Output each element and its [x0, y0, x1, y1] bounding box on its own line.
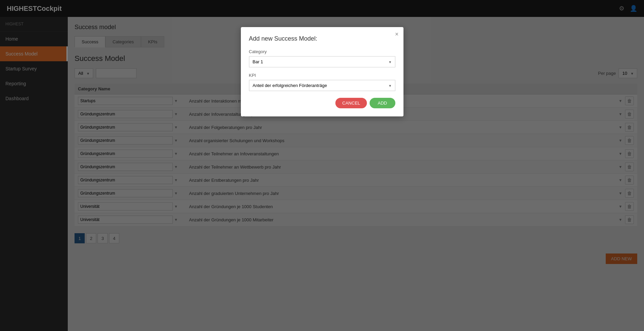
kpi-form-group: KPI Anteil der erfolgreichen Förderanträ… — [249, 73, 395, 91]
add-button[interactable]: ADD — [370, 98, 395, 108]
category-label: Category — [249, 49, 395, 54]
kpi-label: KPI — [249, 73, 395, 78]
category-select[interactable]: Bar 1 Bar 2 Bar 3 Startups Gründungszent… — [249, 56, 395, 67]
category-form-group: Category Bar 1 Bar 2 Bar 3 Startups Grün… — [249, 49, 395, 67]
modal-title: Add new Success Model: — [249, 35, 395, 42]
category-select-wrapper: Bar 1 Bar 2 Bar 3 Startups Gründungszent… — [249, 56, 395, 67]
modal-actions: CANCEL ADD — [249, 98, 395, 108]
modal-close-button[interactable]: × — [395, 31, 399, 37]
kpi-select-wrapper: Anteil der erfolgreichen Förderanträge A… — [249, 80, 395, 91]
modal: Add new Success Model: × Category Bar 1 … — [241, 27, 403, 116]
cancel-button[interactable]: CANCEL — [335, 98, 367, 108]
modal-overlay: Add new Success Model: × Category Bar 1 … — [0, 0, 644, 331]
kpi-select[interactable]: Anteil der erfolgreichen Förderanträge A… — [249, 80, 395, 91]
